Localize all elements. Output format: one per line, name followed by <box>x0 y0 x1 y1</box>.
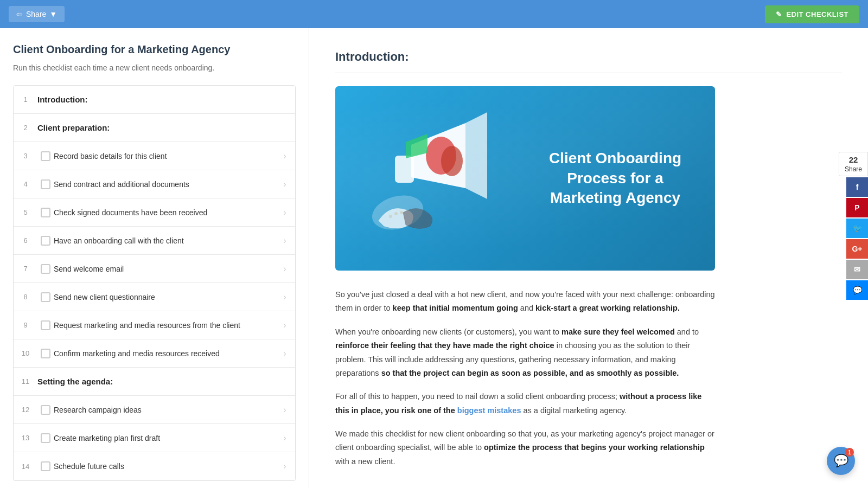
biggest-mistakes-link[interactable]: biggest mistakes <box>457 406 521 415</box>
share-number: 22 <box>845 155 862 165</box>
hero-text: Client Onboarding Process for a Marketin… <box>541 149 715 208</box>
item-label: Record basic details for this client <box>54 152 279 160</box>
section-row-2[interactable]: 2 Client preparation: <box>14 114 295 142</box>
row-number: 5 <box>14 208 37 216</box>
row-checkbox[interactable] <box>37 151 54 161</box>
row-number: 11 <box>14 377 37 386</box>
section-label: Client preparation: <box>37 123 295 132</box>
chevron-right-icon: › <box>279 264 295 274</box>
edit-checklist-label: EDIT CHECKLIST <box>786 10 848 18</box>
section-label: Setting the agenda: <box>37 377 295 386</box>
item-label: Confirm marketing and media resources re… <box>54 349 279 358</box>
chevron-down-icon: ▼ <box>49 10 57 18</box>
checklist-item-row-3[interactable]: 3 Record basic details for this client › <box>14 142 295 170</box>
row-checkbox[interactable] <box>37 405 54 415</box>
row-checkbox[interactable] <box>37 208 54 217</box>
row-checkbox[interactable] <box>37 179 54 189</box>
share-text: Share <box>845 165 862 174</box>
message-share-button[interactable]: 💬 <box>846 280 868 300</box>
main-layout: Client Onboarding for a Marketing Agency… <box>0 28 868 488</box>
row-number: 7 <box>14 265 37 273</box>
pencil-icon: ✎ <box>776 10 782 18</box>
item-label: Research campaign ideas <box>54 406 279 414</box>
email-icon: ✉ <box>854 265 860 274</box>
share-label: Share <box>26 10 46 18</box>
chevron-right-icon: › <box>279 405 295 415</box>
googleplus-share-button[interactable]: G+ <box>846 239 868 259</box>
facebook-share-button[interactable]: f <box>846 177 868 197</box>
divider <box>335 73 842 73</box>
body-text: So you've just closed a deal with a hot … <box>335 288 715 468</box>
item-label: Send new client questionnaire <box>54 293 279 301</box>
row-number: 14 <box>14 463 37 471</box>
item-label: Schedule future calls <box>54 462 279 471</box>
pinterest-icon: P <box>854 203 859 212</box>
checklist-item-row-12[interactable]: 12 Research campaign ideas › <box>14 396 295 424</box>
body-paragraph-2: When you're onboarding new clients (or c… <box>335 325 715 381</box>
checklist-item-row-10[interactable]: 10 Confirm marketing and media resources… <box>14 339 295 368</box>
row-number: 10 <box>14 349 37 357</box>
item-label: Send contract and additional documents <box>54 180 279 189</box>
row-checkbox[interactable] <box>37 433 54 443</box>
checklist-subtitle: Run this checklist each time a new clien… <box>13 63 296 72</box>
edit-checklist-button[interactable]: ✎ EDIT CHECKLIST <box>765 5 859 23</box>
chevron-right-icon: › <box>279 320 295 330</box>
chevron-right-icon: › <box>279 208 295 217</box>
share-icon: ⇦ <box>16 10 23 18</box>
row-checkbox[interactable] <box>37 349 54 358</box>
body-paragraph-3: For all of this to happen, you need to n… <box>335 390 715 418</box>
body-paragraph-4: We made this checklist for new client on… <box>335 427 715 468</box>
checklist-item-row-5[interactable]: 5 Check signed documents have been recei… <box>14 198 295 227</box>
svg-point-7 <box>389 215 392 218</box>
svg-rect-2 <box>395 156 414 183</box>
left-panel: Client Onboarding for a Marketing Agency… <box>0 28 309 488</box>
message-icon: 💬 <box>853 286 862 294</box>
facebook-icon: f <box>856 183 859 191</box>
twitter-icon: 🐦 <box>853 224 862 233</box>
section-row-1[interactable]: 1 Introduction: <box>14 86 295 114</box>
chevron-right-icon: › <box>279 349 295 358</box>
chat-bubble-button[interactable]: 💬 1 <box>827 447 855 475</box>
row-number: 9 <box>14 321 37 329</box>
checklist-title: Client Onboarding for a Marketing Agency <box>13 43 296 56</box>
top-bar: ⇦ Share ▼ ✎ EDIT CHECKLIST <box>0 0 868 28</box>
checklist-item-row-14[interactable]: 14 Schedule future calls › <box>14 452 295 480</box>
checklist-item-row-9[interactable]: 9 Request marketing and media resources … <box>14 311 295 339</box>
intro-title: Introduction: <box>335 50 842 64</box>
chevron-right-icon: › <box>279 236 295 246</box>
row-checkbox[interactable] <box>37 236 54 246</box>
hero-image: Client Onboarding Process for a Marketin… <box>335 86 715 271</box>
row-checkbox[interactable] <box>37 264 54 274</box>
checklist-item-row-7[interactable]: 7 Send welcome email › <box>14 255 295 283</box>
checklist-item-row-6[interactable]: 6 Have an onboarding call with the clien… <box>14 227 295 255</box>
twitter-share-button[interactable]: 🐦 <box>846 219 868 238</box>
checklist-table: 1 Introduction: 2 Client preparation: 3 … <box>13 85 296 481</box>
hero-illustration <box>357 112 498 245</box>
item-label: Request marketing and media resources fr… <box>54 321 279 330</box>
svg-point-9 <box>400 211 403 214</box>
section-row-11[interactable]: 11 Setting the agenda: <box>14 368 295 396</box>
row-checkbox[interactable] <box>37 461 54 471</box>
item-label: Check signed documents have been receive… <box>54 208 279 217</box>
row-checkbox[interactable] <box>37 292 54 302</box>
share-button[interactable]: ⇦ Share ▼ <box>9 6 65 22</box>
item-label: Have an onboarding call with the client <box>54 236 279 245</box>
svg-point-4 <box>441 146 463 176</box>
row-number: 3 <box>14 152 37 160</box>
share-count: 22 Share <box>839 152 868 176</box>
svg-marker-1 <box>465 112 487 199</box>
row-number: 6 <box>14 236 37 245</box>
chevron-right-icon: › <box>279 433 295 443</box>
row-checkbox[interactable] <box>37 320 54 330</box>
email-share-button[interactable]: ✉ <box>846 260 868 279</box>
chevron-right-icon: › <box>279 179 295 189</box>
row-number: 4 <box>14 180 37 188</box>
chat-badge: 1 <box>845 448 854 457</box>
pinterest-share-button[interactable]: P <box>846 198 868 217</box>
checklist-item-row-8[interactable]: 8 Send new client questionnaire › <box>14 283 295 311</box>
item-label: Send welcome email <box>54 265 279 273</box>
googleplus-icon: G+ <box>852 245 862 253</box>
checklist-item-row-4[interactable]: 4 Send contract and additional documents… <box>14 170 295 198</box>
checklist-item-row-13[interactable]: 13 Create marketing plan first draft › <box>14 424 295 452</box>
chevron-right-icon: › <box>279 292 295 302</box>
